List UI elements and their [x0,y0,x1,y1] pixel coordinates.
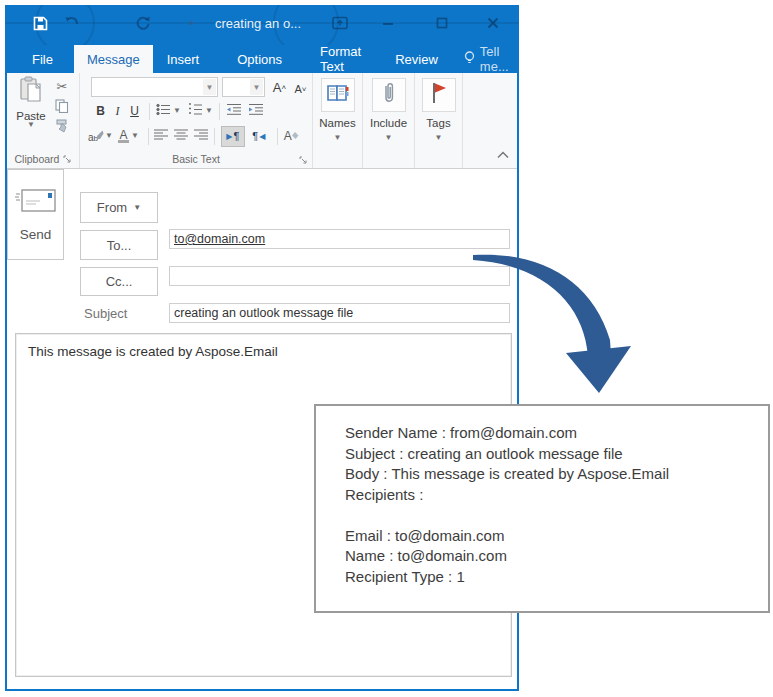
clipboard-group: Paste ▼ ✂ Clipboard [7,73,80,168]
left-to-right-button[interactable]: ▶¶ [221,126,245,147]
paste-dropdown-arrow: ▼ [27,122,35,128]
grow-font-icon[interactable]: A˄ [270,78,289,96]
cc-button[interactable]: Cc... [80,267,158,296]
message-body-text: This message is created by Aspose.Email [28,344,278,359]
align-right-icon[interactable] [194,127,208,145]
italic-button[interactable]: I [109,104,126,119]
clear-formatting-icon[interactable]: A [284,129,299,143]
close-button[interactable] [483,13,503,33]
basic-text-group-label: Basic Text [172,153,220,165]
subject-input[interactable]: creating an outlook message file [169,303,510,323]
tab-file[interactable]: File [19,45,66,73]
tags-label: Tags [415,117,462,129]
minimize-button[interactable] [378,13,398,33]
clipboard-group-label: Clipboard [15,153,60,165]
include-button[interactable] [372,78,406,112]
to-label: To... [107,238,132,253]
tags-button[interactable] [422,78,456,112]
align-left-icon[interactable] [154,127,168,145]
clipboard-dialog-launcher-icon[interactable] [63,155,71,163]
tags-group: Tags ▼ [415,73,463,168]
tab-message[interactable]: Message [74,45,153,73]
ribbon-display-options-icon[interactable] [330,13,350,33]
maximize-button[interactable] [432,13,452,33]
save-icon[interactable] [30,13,50,33]
format-painter-icon[interactable] [53,118,71,134]
subject-label: Subject [84,306,127,321]
lightbulb-icon [464,51,475,68]
tab-options[interactable]: Options [224,45,295,73]
paste-clipboard-icon [19,76,43,108]
bullets-dropdown-arrow: ▼ [173,108,181,114]
names-group: Names ▼ [313,73,363,168]
send-envelope-icon [15,188,57,218]
tell-me-label: Tell me... [480,44,509,74]
paperclip-icon [382,81,396,109]
collapse-ribbon-icon[interactable] [497,149,509,161]
tab-review[interactable]: Review [382,45,451,73]
font-name-dropdown-arrow: ▼ [203,79,216,95]
send-label: Send [20,227,52,242]
highlight-dropdown-arrow: ▼ [105,133,113,139]
basic-text-dialog-launcher-icon[interactable] [299,156,307,164]
shrink-font-icon[interactable]: A˅ [291,80,310,98]
font-name-combo[interactable]: ▼ [91,77,218,97]
send-button[interactable]: Send [7,169,64,260]
output-line: Body : This message is created by Aspose… [345,464,758,485]
clipboard-group-footer: Clipboard [7,153,79,165]
output-line: Name : to@domain.com [345,546,758,567]
tab-format-text[interactable]: Format Text [307,45,374,73]
output-line-blank [345,505,758,526]
to-button[interactable]: To... [80,230,158,260]
names-button[interactable] [321,78,355,112]
from-button[interactable]: From ▼ [80,192,158,223]
numbering-icon[interactable] [188,102,203,120]
cc-input[interactable] [169,266,510,286]
tell-me-box[interactable]: Tell me... [451,45,522,73]
tab-insert[interactable]: Insert [154,45,213,73]
names-dropdown-arrow: ▼ [313,133,362,142]
redo-icon[interactable] [133,13,153,33]
basic-text-group-footer: Basic Text [80,153,312,165]
ribbon-tab-bar: File Message Insert Options Format Text … [5,45,519,73]
from-dropdown-arrow: ▼ [133,203,141,212]
font-size-dropdown-arrow: ▼ [250,79,263,95]
include-dropdown-arrow: ▼ [363,133,414,142]
from-label: From [97,200,127,215]
include-group: Include ▼ [363,73,415,168]
decrease-indent-icon[interactable] [226,102,242,120]
align-center-icon[interactable] [174,127,188,145]
names-label: Names [313,117,362,129]
title-bar: » creating an o... [5,5,519,45]
bullets-icon[interactable] [156,102,171,120]
cut-icon[interactable]: ✂ [53,78,71,94]
to-input[interactable]: to@domain.com [169,229,510,249]
text-highlight-icon[interactable]: ab [88,130,104,143]
ribbon: Paste ▼ ✂ Clipboard ▼ ▼ A˄ A˅ B I U ▼ [7,73,517,169]
copy-icon[interactable] [53,98,71,114]
flag-icon [430,81,448,109]
increase-indent-icon[interactable] [248,102,264,120]
output-line: Recipient Type : 1 [345,567,758,588]
output-line: Sender Name : from@domain.com [345,423,758,444]
output-line: Subject : creating an outlook message fi… [345,444,758,465]
include-label: Include [363,117,414,129]
qat-customize-icon[interactable]: » [181,13,201,33]
subject-value: creating an outlook message file [174,306,353,320]
right-to-left-button[interactable]: ¶◀ [247,126,271,147]
paste-button[interactable]: Paste ▼ [13,76,49,146]
undo-icon[interactable] [62,13,82,33]
numbering-dropdown-arrow: ▼ [205,108,213,114]
window-title: creating an o... [215,16,301,31]
basic-text-group: ▼ ▼ A˄ A˅ B I U ▼ ▼ ab ▼ [80,73,313,168]
font-size-combo[interactable]: ▼ [222,77,265,97]
tags-dropdown-arrow: ▼ [415,133,462,142]
cc-label: Cc... [106,274,133,289]
output-line: Email : to@domain.com [345,526,758,547]
compose-header: Send From ▼ To... Cc... Subject to@domai… [7,169,517,333]
bold-button[interactable]: B [92,104,109,118]
underline-button[interactable]: U [126,104,143,118]
to-value: to@domain.com [174,232,265,246]
font-color-icon[interactable]: A [118,130,129,143]
address-book-icon [326,83,350,107]
